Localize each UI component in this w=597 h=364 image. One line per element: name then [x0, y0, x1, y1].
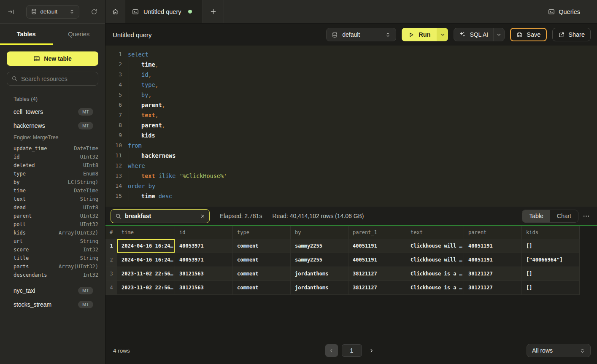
database-selector[interactable]: default	[326, 28, 396, 41]
table-cell[interactable]: 40051191	[348, 239, 406, 253]
table-cell[interactable]: Clickhouse is a …	[406, 281, 464, 295]
table-cell[interactable]: 40051191	[464, 253, 522, 267]
table-cell[interactable]: 40053971	[175, 239, 233, 253]
page-size-selector[interactable]: All rows	[527, 344, 591, 357]
column-type: Enum8	[83, 171, 98, 177]
tab-queries[interactable]: Queries	[53, 24, 105, 45]
results-search-input[interactable]	[125, 213, 197, 219]
table-cell[interactable]: 38121563	[175, 281, 233, 295]
table-cell[interactable]: 38121127	[464, 267, 522, 281]
column-header[interactable]: id	[175, 226, 233, 239]
table-cell[interactable]: []	[522, 239, 580, 253]
previous-page-button[interactable]	[325, 344, 338, 357]
table-cell[interactable]: comment	[233, 239, 291, 253]
table-cell[interactable]: Clickhouse will …	[406, 239, 464, 253]
tab-tables[interactable]: Tables	[0, 24, 53, 45]
sql-editor[interactable]: 1select2time,3id,4type,5by,6parent,7text…	[105, 46, 597, 207]
table-column-row[interactable]: titleString	[7, 254, 98, 262]
column-header[interactable]: kids	[522, 226, 580, 239]
column-header[interactable]: text	[406, 226, 464, 239]
page-number-input[interactable]: 1	[342, 344, 362, 357]
view-toggle-table[interactable]: Table	[522, 210, 550, 222]
table-column-row[interactable]: typeEnum8	[7, 170, 98, 178]
table-column-row[interactable]: textString	[7, 195, 98, 203]
refresh-button[interactable]	[91, 8, 97, 15]
table-column-row[interactable]: deadUInt8	[7, 203, 98, 212]
table-column-row[interactable]: scoreInt32	[7, 245, 98, 254]
table-cell[interactable]: []	[522, 281, 580, 295]
table-cell[interactable]: 2024-04-16 16:24…	[117, 253, 175, 267]
next-page-button[interactable]	[366, 344, 378, 357]
table-cell[interactable]: 38121127	[348, 281, 406, 295]
new-query-tab-button[interactable]	[203, 0, 224, 23]
table-column-row[interactable]: partsArray(UInt32)	[7, 262, 98, 271]
table-cell[interactable]: []	[522, 267, 580, 281]
table-cell[interactable]: 38121563	[175, 267, 233, 281]
results-more-button[interactable]	[583, 213, 590, 220]
table-cell[interactable]: 40053971	[175, 253, 233, 267]
line-number: 4	[111, 80, 122, 90]
save-button[interactable]: Save	[510, 28, 547, 41]
table-cell[interactable]: sammy2255	[291, 239, 348, 253]
sql-ai-button[interactable]: SQL AI	[454, 28, 505, 41]
table-column-row[interactable]: parentUInt32	[7, 212, 98, 220]
table-cell[interactable]: Clickhouse will …	[406, 253, 464, 267]
collapse-sidebar-button[interactable]	[8, 8, 14, 15]
new-table-button[interactable]: New table	[7, 51, 98, 66]
run-options-button[interactable]	[437, 28, 448, 41]
table-cell[interactable]: 2024-04-16 16:24…	[117, 239, 175, 253]
view-toggle-chart[interactable]: Chart	[550, 210, 578, 222]
column-type: String	[80, 196, 98, 202]
sql-ai-main[interactable]: SQL AI	[454, 28, 493, 41]
table-cell[interactable]: 38121127	[464, 281, 522, 295]
table-cell[interactable]: 2023-11-02 22:56…	[117, 281, 175, 295]
queries-button[interactable]: Queries	[548, 0, 580, 23]
share-button[interactable]: Share	[552, 28, 591, 41]
table-column-row[interactable]: update_timeDateTime	[7, 144, 98, 153]
code-text: text ilike '%ClickHouse%'	[128, 171, 227, 181]
resource-search-input[interactable]	[21, 75, 94, 82]
sidebar-table-item[interactable]: stocks_streamMT	[7, 297, 98, 311]
view-toggle: Table Chart	[522, 210, 578, 223]
table-column-row[interactable]: descendantsInt32	[7, 271, 98, 279]
column-header[interactable]: parent	[464, 226, 522, 239]
table-column-row[interactable]: deletedUInt8	[7, 161, 98, 170]
editor-line: 15time desc	[105, 191, 597, 201]
clear-search-button[interactable]	[200, 214, 205, 218]
table-column-row[interactable]: timeDateTime	[7, 186, 98, 195]
table-cell[interactable]: 2023-11-02 22:56…	[117, 267, 175, 281]
table-column-row[interactable]: pollUInt32	[7, 220, 98, 229]
sidebar-table-item[interactable]: cell_towersMT	[7, 105, 98, 119]
table-cell[interactable]: 40051191	[348, 253, 406, 267]
table-cell[interactable]: comment	[233, 267, 291, 281]
column-header[interactable]: by	[291, 226, 348, 239]
column-header[interactable]: #	[105, 226, 117, 239]
table-column-row[interactable]: idUInt32	[7, 153, 98, 161]
table-column-row[interactable]: byLC(String)	[7, 178, 98, 186]
new-table-label: New table	[44, 55, 71, 62]
table-column-row[interactable]: urlString	[7, 237, 98, 245]
code-token: by	[141, 92, 148, 98]
sidebar-database-selector[interactable]: default	[26, 5, 79, 19]
table-cell[interactable]: ["40066964"]	[522, 253, 580, 267]
table-cell[interactable]: jordanthoms	[291, 281, 348, 295]
tabstrip-spacer	[224, 0, 548, 23]
tab-untitled-query[interactable]: Untitled query	[125, 0, 203, 23]
column-header[interactable]: time	[117, 226, 175, 239]
column-header[interactable]: type	[233, 226, 291, 239]
column-header[interactable]: parent_1	[348, 226, 406, 239]
table-cell[interactable]: comment	[233, 253, 291, 267]
table-cell[interactable]: sammy2255	[291, 253, 348, 267]
sql-ai-options-button[interactable]	[493, 28, 504, 41]
table-name: stocks_stream	[14, 301, 51, 308]
sidebar-table-item[interactable]: hackernewsMT	[7, 119, 98, 132]
home-tab[interactable]	[105, 0, 125, 23]
table-cell[interactable]: Clickhouse is a …	[406, 267, 464, 281]
run-button[interactable]: Run	[402, 28, 437, 41]
table-cell[interactable]: jordanthoms	[291, 267, 348, 281]
table-cell[interactable]: comment	[233, 281, 291, 295]
table-cell[interactable]: 38121127	[348, 267, 406, 281]
sidebar-table-item[interactable]: nyc_taxiMT	[7, 283, 98, 297]
table-column-row[interactable]: kidsArray(UInt32)	[7, 229, 98, 237]
table-cell[interactable]: 40051191	[464, 239, 522, 253]
